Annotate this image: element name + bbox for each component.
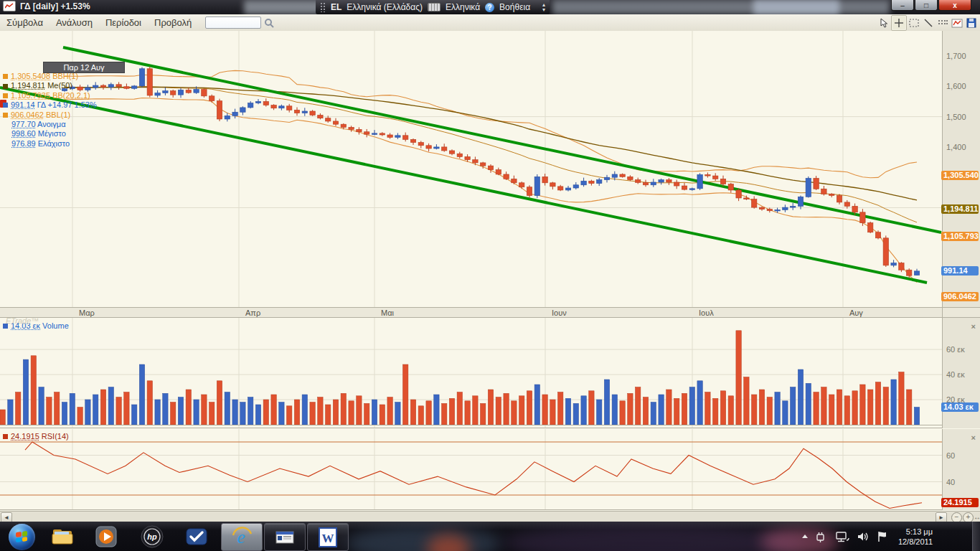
- candle: [852, 206, 857, 212]
- aero-blur: [753, 0, 839, 14]
- menu-analysis[interactable]: Ανάλυση: [50, 16, 99, 29]
- candle: [326, 118, 331, 121]
- sync-app-icon[interactable]: [181, 524, 212, 550]
- volume-bar: [310, 402, 315, 425]
- chart-scrollbar[interactable]: ◄ ► − + ↔: [0, 511, 980, 522]
- volume-icon[interactable]: [857, 531, 870, 542]
- candle: [558, 187, 563, 190]
- langbar-options-icon[interactable]: ▴▾: [542, 2, 545, 12]
- help-label[interactable]: Βοήθεια: [499, 2, 530, 12]
- candle: [814, 178, 819, 189]
- candle: [767, 209, 772, 211]
- show-desktop-button[interactable]: [972, 522, 980, 551]
- rsi-chart[interactable]: [0, 429, 942, 509]
- volume-bar: [380, 405, 385, 425]
- volume-bar: [628, 393, 633, 425]
- candle: [643, 182, 648, 184]
- candle: [294, 110, 299, 113]
- trendline-tool-icon[interactable]: [921, 16, 936, 30]
- network-icon[interactable]: [835, 531, 849, 542]
- volume-bar: [240, 402, 245, 425]
- help-icon[interactable]: ?: [485, 3, 494, 12]
- candle: [597, 180, 602, 184]
- close-button[interactable]: x: [938, 0, 971, 11]
- language-bar[interactable]: EL Ελληνικά (Ελλάδας) Ελληνικά ? Βοήθεια…: [316, 0, 550, 14]
- fit-width-icon[interactable]: ↔: [974, 513, 980, 521]
- minimize-button[interactable]: –: [891, 0, 914, 11]
- trend-channel-upper[interactable]: [63, 47, 941, 232]
- volume-bar: [744, 377, 749, 425]
- month-label: Μαρ: [79, 309, 95, 317]
- keyboard-layout-label[interactable]: Ελληνικά: [446, 2, 480, 12]
- volume-bar: [636, 387, 641, 425]
- show-hidden-icons[interactable]: [802, 534, 808, 538]
- volume-bar: [449, 398, 454, 425]
- volume-bar: [100, 390, 105, 425]
- power-icon[interactable]: [815, 531, 828, 542]
- grid-snap-tool-icon[interactable]: [936, 16, 950, 30]
- langbar-grip[interactable]: [320, 2, 326, 12]
- candle: [302, 111, 307, 113]
- candlestick-chart[interactable]: [0, 31, 942, 307]
- candle: [403, 136, 408, 139]
- taskbar-button-utility-app[interactable]: [264, 523, 306, 551]
- menu-periods[interactable]: Περίοδοι: [99, 16, 148, 29]
- volume-bar: [217, 381, 222, 425]
- cursor-tool-icon[interactable]: [877, 16, 891, 30]
- taskbar-button-word[interactable]: W: [307, 523, 349, 551]
- candle: [798, 197, 803, 206]
- candle: [387, 135, 392, 137]
- volume-bar: [364, 403, 369, 425]
- language-code[interactable]: EL: [331, 2, 341, 12]
- month-label: Απρ: [245, 309, 260, 317]
- bollinger-upper-band: [65, 70, 917, 177]
- price-tick-label: 1,600: [946, 82, 966, 90]
- action-center-flag-icon[interactable]: [877, 530, 888, 542]
- close-rsi-panel-icon[interactable]: ×: [971, 433, 976, 442]
- hp-icon[interactable]: hp: [136, 524, 168, 550]
- symbol-search-input[interactable]: [205, 17, 261, 29]
- rsi-panel[interactable]: 24.1915 RSI(14): [0, 429, 942, 510]
- volume-bar: [39, 387, 44, 425]
- volume-bar: [612, 395, 617, 425]
- svg-text:hp: hp: [147, 532, 157, 541]
- keyboard-icon[interactable]: [428, 3, 440, 11]
- ohlc-row: 976.89 Ελάχιστο: [3, 139, 97, 149]
- media-player-icon[interactable]: [90, 524, 122, 550]
- taskbar-clock[interactable]: 5:13 μμ 12/8/2011: [898, 527, 933, 547]
- volume-bar: [16, 392, 21, 425]
- candle: [682, 186, 687, 189]
- search-icon[interactable]: [264, 18, 274, 28]
- region-select-tool-icon[interactable]: [907, 16, 921, 30]
- volume-tick-label: 60 εκ: [946, 345, 965, 354]
- chart-style-icon[interactable]: [950, 16, 964, 30]
- legend-swatch: [3, 113, 8, 118]
- volume-bar: [659, 395, 664, 425]
- legend-swatch: [3, 84, 8, 89]
- price-chart-panel[interactable]: Παρ 12 Αυγ 1,305.5408 BBH(1)1,194.811 Me…: [0, 31, 942, 307]
- save-icon[interactable]: [964, 16, 979, 30]
- volume-bar: [875, 382, 880, 425]
- volume-tick-label: 40 εκ: [946, 370, 965, 379]
- volume-bar: [597, 400, 602, 425]
- menu-symbols[interactable]: Σύμβολα: [0, 16, 50, 29]
- price-tag: 991.14: [941, 266, 979, 276]
- rsi-axis: × 604024.1915: [942, 429, 980, 510]
- taskbar-button-internet-explorer[interactable]: e: [221, 523, 263, 551]
- volume-bar: [643, 397, 648, 425]
- volume-bar: [457, 392, 462, 425]
- volume-bar: [357, 396, 362, 425]
- volume-panel[interactable]: 14.03 εκ Volume: [0, 318, 942, 428]
- maximize-button[interactable]: □: [915, 0, 938, 11]
- language-name[interactable]: Ελληνικά (Ελλάδας): [347, 2, 423, 12]
- candle: [565, 188, 570, 190]
- volume-chart[interactable]: [0, 318, 942, 428]
- menu-view[interactable]: Προβολή: [148, 16, 198, 29]
- volume-bar: [488, 390, 493, 425]
- explorer-icon[interactable]: [47, 524, 79, 550]
- start-button[interactable]: [6, 524, 37, 550]
- volume-bar: [844, 396, 849, 425]
- candle: [457, 154, 462, 156]
- crosshair-tool-icon[interactable]: [891, 15, 907, 31]
- close-volume-panel-icon[interactable]: ×: [971, 322, 976, 331]
